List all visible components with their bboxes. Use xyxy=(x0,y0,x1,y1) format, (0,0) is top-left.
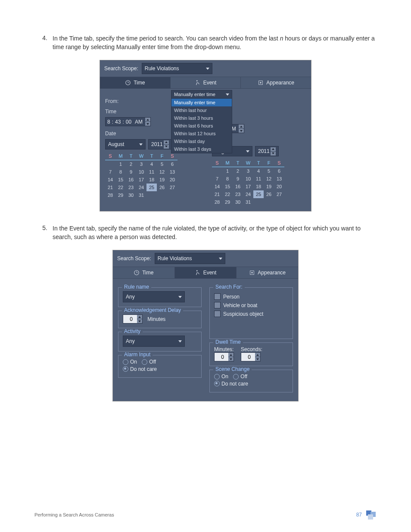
page-footer: Performing a Search Across Cameras 87 xyxy=(34,510,377,519)
clock-icon xyxy=(125,80,131,86)
search-person-checkbox[interactable]: Person xyxy=(214,293,288,300)
time-preset-option[interactable]: Manually enter time xyxy=(171,99,232,106)
tab-time[interactable]: Time xyxy=(113,267,175,278)
footer-title: Performing a Search Across Cameras xyxy=(34,512,114,517)
step-5: 5. In the Event tab, specify the name of… xyxy=(34,224,377,241)
step-number: 5. xyxy=(34,224,53,241)
svg-point-3 xyxy=(196,81,198,82)
time-tab-panel: Search Scope: Rule Violations Time Event xyxy=(100,60,311,212)
time-preset-option[interactable]: Within last 3 days xyxy=(171,145,232,153)
person-running-icon xyxy=(195,80,201,86)
time-preset-option[interactable]: Within last hour xyxy=(171,106,232,114)
step-4: 4. In the Time tab, specify the time per… xyxy=(34,34,377,51)
svg-point-11 xyxy=(252,272,253,274)
time-preset-option[interactable]: Within last 6 hours xyxy=(171,122,232,130)
rule-name-dropdown[interactable]: Any xyxy=(123,291,185,302)
search-scope-dropdown[interactable]: Rule Violations xyxy=(142,63,212,74)
dwell-sec-spinner[interactable]: 0 xyxy=(241,352,261,361)
dwell-min-spinner[interactable]: 0 xyxy=(214,352,234,361)
ack-delay-unit: Minutes xyxy=(147,316,165,322)
from-time-input[interactable]: 8:43:00 AM xyxy=(105,117,151,126)
time-preset-option[interactable]: Within last 12 hours xyxy=(171,130,232,137)
time-spinner[interactable] xyxy=(239,124,244,133)
rule-name-group: Rule name Any xyxy=(118,287,202,307)
search-for-group: Search For: Person Vehicle or boat Suspi… xyxy=(209,287,293,339)
appearance-icon xyxy=(258,80,264,86)
activity-dropdown[interactable]: Any xyxy=(123,336,185,347)
event-tab-panel: Search Scope: Rule Violations Time Event… xyxy=(112,250,299,401)
alarm-dnc-radio[interactable]: Do not care xyxy=(123,366,157,372)
tab-bar: Time Event Appearance xyxy=(113,267,298,279)
alarm-input-group: Alarm Input On Off Do not care xyxy=(118,355,202,378)
step-text: In the Time tab, specify the time period… xyxy=(53,34,377,51)
search-scope-label: Search Scope: xyxy=(104,65,138,72)
chevron-down-icon xyxy=(206,68,209,70)
svg-point-5 xyxy=(260,82,262,84)
time-preset-option[interactable]: Within last day xyxy=(171,137,232,145)
from-calendar[interactable]: SMTWTFS 123456 78910111213 1415161718192… xyxy=(105,152,177,199)
time-preset-dropdown[interactable]: Manually enter time Manually enter time … xyxy=(171,90,232,153)
dwell-time-group: Dwell Time Minutes: 0 Seconds: 0 xyxy=(209,342,293,366)
person-running-icon xyxy=(195,270,201,276)
tab-bar: Time Event Appearance xyxy=(100,77,311,89)
ack-delay-spinner[interactable]: 0 xyxy=(123,314,143,324)
tab-time[interactable]: Time xyxy=(100,77,171,88)
tab-appearance[interactable]: Appearance xyxy=(237,267,298,278)
search-scope-dropdown[interactable]: Rule Violations xyxy=(155,253,225,264)
activity-group: Activity Any xyxy=(118,332,202,352)
scene-dnc-radio[interactable]: Do not care xyxy=(214,381,248,387)
search-scope-label: Search Scope: xyxy=(117,255,151,261)
time-preset-option[interactable]: Within last 3 hours xyxy=(171,114,232,122)
appearance-icon xyxy=(249,270,255,276)
to-calendar[interactable]: SMTWTFS 123456 78910111213 1415161718192… xyxy=(212,159,284,206)
scene-off-radio[interactable]: Off xyxy=(233,373,247,380)
scene-on-radio[interactable]: On xyxy=(214,373,228,380)
alarm-off-radio[interactable]: Off xyxy=(142,359,156,365)
chevron-down-icon xyxy=(226,93,229,96)
step-text: In the Event tab, specify the name of th… xyxy=(53,224,377,241)
page-number: 87 xyxy=(356,512,362,518)
time-preset-options: Manually enter time Within last hour Wit… xyxy=(171,98,232,153)
ack-delay-group: Acknowledgement Delay 0 Minutes xyxy=(118,311,202,328)
month-dropdown[interactable]: August xyxy=(105,139,146,149)
scene-change-group: Scene Change On Off Do not care xyxy=(209,370,293,392)
dwell-sec-label: Seconds: xyxy=(241,346,262,352)
year-spinner[interactable]: 2011 xyxy=(148,139,172,149)
search-suspicious-checkbox[interactable]: Suspicious object xyxy=(214,311,288,317)
year-spinner[interactable]: 2011 xyxy=(255,146,279,156)
search-vehicle-checkbox[interactable]: Vehicle or boat xyxy=(214,302,288,308)
svg-point-9 xyxy=(196,271,198,272)
step-number: 4. xyxy=(34,34,53,51)
chevron-down-icon xyxy=(219,258,222,260)
time-spinner[interactable] xyxy=(145,118,150,126)
dwell-min-label: Minutes: xyxy=(214,346,234,352)
tab-appearance[interactable]: Appearance xyxy=(241,77,311,88)
logo-icon xyxy=(366,510,377,519)
clock-icon xyxy=(134,270,140,276)
alarm-on-radio[interactable]: On xyxy=(123,359,137,365)
tab-event[interactable]: Event xyxy=(171,77,241,88)
tab-event[interactable]: Event xyxy=(175,267,237,278)
